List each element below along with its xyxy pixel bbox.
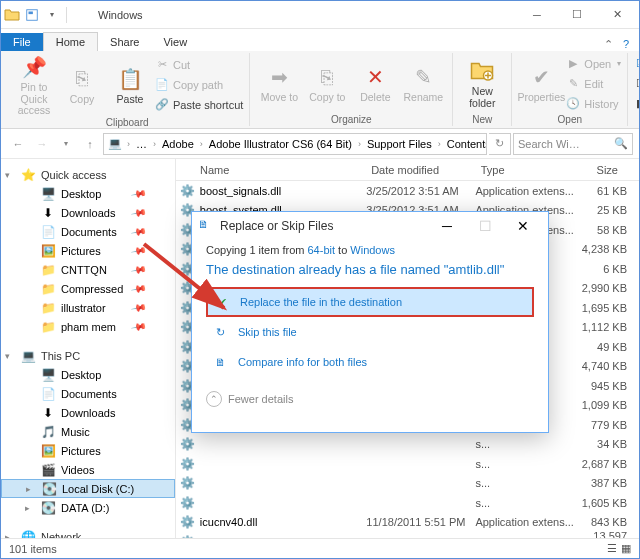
tab-file[interactable]: File	[1, 33, 43, 51]
select-none-button[interactable]: ☐Select none	[634, 75, 640, 93]
file-icon: ⚙️	[180, 475, 196, 491]
breadcrumb-segment[interactable]: ›Adobe Illustrator CS6 (64 Bit)	[197, 138, 355, 150]
breadcrumb-segment[interactable]: ›Contents	[435, 138, 487, 150]
option-replace[interactable]: ✔ Replace the file in the destination	[206, 287, 534, 317]
col-size[interactable]: Size	[579, 164, 639, 176]
tree-item[interactable]: ▾⭐Quick access	[1, 165, 175, 184]
copy-path-button[interactable]: 📄Copy path	[155, 76, 243, 94]
dialog-minimize-button[interactable]: ─	[428, 214, 466, 238]
skip-icon: ↻	[212, 324, 228, 340]
paste-button[interactable]: 📋Paste	[107, 53, 153, 117]
fewer-details-toggle[interactable]: ⌃ Fewer details	[206, 391, 534, 407]
pin-quick-access-button[interactable]: 📌Pin to Quick access	[11, 53, 57, 117]
column-headers[interactable]: Name Date modified Type Size	[176, 159, 639, 181]
copy-to-button[interactable]: ⎘Copy to	[304, 53, 350, 114]
tree-item[interactable]: 🎵Music	[1, 422, 175, 441]
file-icon: ⚙️	[180, 456, 196, 472]
properties-button[interactable]: ✔Properties	[518, 53, 564, 114]
new-folder-button[interactable]: New folder	[459, 53, 505, 114]
close-button[interactable]: ✕	[597, 2, 637, 28]
help-icon[interactable]: ?	[623, 38, 629, 51]
select-all-button[interactable]: ☑Select all	[634, 55, 640, 73]
file-row[interactable]: ⚙️s...387 KB	[176, 474, 639, 494]
col-name[interactable]: Name	[176, 164, 365, 176]
svg-rect-1	[29, 11, 33, 14]
refresh-button[interactable]: ↻	[489, 133, 511, 155]
option-compare[interactable]: 🗎 Compare info for both files	[206, 347, 534, 377]
details-view-icon[interactable]: ☰	[607, 542, 617, 555]
maximize-button[interactable]: ☐	[557, 2, 597, 28]
nav-up-button[interactable]: ↑	[79, 133, 101, 155]
cut-button[interactable]: ✂Cut	[155, 56, 243, 74]
tree-item[interactable]: ▸💽DATA (D:)	[1, 498, 175, 517]
tree-item[interactable]: 🖥️Desktop	[1, 365, 175, 384]
item-count: 101 items	[9, 543, 57, 555]
tab-home[interactable]: Home	[43, 32, 98, 51]
tree-item[interactable]: 📁illustrator📌	[1, 298, 175, 317]
tree-item[interactable]: 📄Documents	[1, 384, 175, 403]
svg-rect-0	[27, 9, 38, 20]
tree-item[interactable]: 🖼️Pictures	[1, 441, 175, 460]
breadcrumb-segment[interactable]: ›Adobe	[150, 138, 197, 150]
qat-dropdown-icon[interactable]: ▾	[43, 6, 61, 24]
tree-item[interactable]: 🖥️Desktop📌	[1, 184, 175, 203]
address-bar[interactable]: 💻›…›Adobe›Adobe Illustrator CS6 (64 Bit)…	[103, 133, 487, 155]
invert-selection-button[interactable]: ◧Invert selection	[634, 95, 640, 113]
group-clipboard-label: Clipboard	[11, 117, 243, 129]
dialog-title: Replace or Skip Files	[220, 219, 333, 233]
tree-item[interactable]: ▸💽Local Disk (C:)	[1, 479, 175, 498]
window-titlebar: ▾ Windows ─ ☐ ✕	[1, 1, 639, 29]
file-row[interactable]: ⚙️s...2,687 KB	[176, 454, 639, 474]
group-organize-label: Organize	[256, 114, 446, 126]
status-bar: 101 items ☰ ▦	[1, 538, 639, 558]
file-row[interactable]: ⚙️icucnv40.dll11/18/2011 5:51 PMApplicat…	[176, 513, 639, 533]
search-input[interactable]: Search Wi…🔍	[513, 133, 633, 155]
delete-button[interactable]: ✕Delete	[352, 53, 398, 114]
dialog-close-button[interactable]: ✕	[504, 214, 542, 238]
tree-item[interactable]: 🖼️Pictures📌	[1, 241, 175, 260]
nav-forward-button[interactable]: →	[31, 133, 53, 155]
ribbon: 📌Pin to Quick access ⎘Copy 📋Paste ✂Cut 📄…	[1, 51, 639, 129]
tree-item[interactable]: 📁CNTTQN📌	[1, 260, 175, 279]
ribbon-tabs: File Home Share View ⌃ ?	[1, 29, 639, 51]
tab-view[interactable]: View	[151, 33, 199, 51]
qat-properties-icon[interactable]	[23, 6, 41, 24]
col-type[interactable]: Type	[475, 164, 580, 176]
tab-share[interactable]: Share	[98, 33, 151, 51]
replace-skip-dialog: 🗎 Replace or Skip Files ─ ☐ ✕ Copying 1 …	[191, 211, 549, 433]
dialog-maximize-button[interactable]: ☐	[466, 214, 504, 238]
copy-button[interactable]: ⎘Copy	[59, 53, 105, 117]
tree-item[interactable]: ▾💻This PC	[1, 346, 175, 365]
tree-item[interactable]: ⬇Downloads📌	[1, 203, 175, 222]
history-button[interactable]: 🕓History	[566, 95, 621, 113]
file-row[interactable]: ⚙️s...34 KB	[176, 435, 639, 455]
search-icon: 🔍	[614, 137, 628, 150]
option-skip[interactable]: ↻ Skip this file	[206, 317, 534, 347]
paste-shortcut-button[interactable]: 🔗Paste shortcut	[155, 96, 243, 114]
tree-item[interactable]: 📁Compressed📌	[1, 279, 175, 298]
ribbon-collapse-icon[interactable]: ⌃	[604, 38, 613, 51]
col-date[interactable]: Date modified	[365, 164, 474, 176]
nav-tree[interactable]: ▾⭐Quick access🖥️Desktop📌⬇Downloads📌📄Docu…	[1, 159, 176, 540]
move-to-button[interactable]: ➡Move to	[256, 53, 302, 114]
open-button[interactable]: ▶Open▾	[566, 55, 621, 73]
chevron-up-icon: ⌃	[206, 391, 222, 407]
edit-button[interactable]: ✎Edit	[566, 75, 621, 93]
tree-item[interactable]: ⬇Downloads	[1, 403, 175, 422]
thumbnails-view-icon[interactable]: ▦	[621, 542, 631, 555]
tree-item[interactable]: 🎬Videos	[1, 460, 175, 479]
file-row[interactable]: ⚙️s...1,605 KB	[176, 493, 639, 513]
nav-back-button[interactable]: ←	[7, 133, 29, 155]
file-icon: ⚙️	[180, 183, 196, 199]
dialog-subtitle: Copying 1 item from 64-bit to Windows	[206, 244, 534, 256]
tree-item[interactable]: 📁pham mem📌	[1, 317, 175, 336]
rename-button[interactable]: ✎Rename	[400, 53, 446, 114]
file-row[interactable]: ⚙️boost_signals.dll3/25/2012 3:51 AMAppl…	[176, 181, 639, 201]
file-icon: ⚙️	[180, 514, 196, 530]
minimize-button[interactable]: ─	[517, 2, 557, 28]
file-icon: ⚙️	[180, 436, 196, 452]
breadcrumb-segment[interactable]: ›Support Files	[355, 138, 435, 150]
nav-recent-dropdown[interactable]: ▾	[55, 133, 77, 155]
tree-item[interactable]: 📄Documents📌	[1, 222, 175, 241]
breadcrumb-segment[interactable]: ›…	[124, 138, 150, 150]
